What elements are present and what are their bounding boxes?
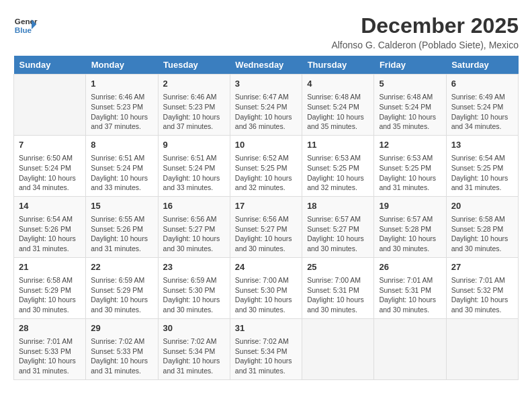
day-info: Sunset: 5:31 PM: [307, 285, 369, 295]
col-saturday: Saturday: [446, 56, 518, 75]
day-info: Sunrise: 7:00 AM: [307, 275, 369, 285]
day-info: Sunset: 5:24 PM: [379, 102, 441, 112]
day-number: 5: [379, 78, 441, 90]
day-info: Sunrise: 6:46 AM: [91, 92, 152, 102]
table-row: 25Sunrise: 7:00 AMSunset: 5:31 PMDayligh…: [302, 257, 374, 318]
table-row: 12Sunrise: 6:53 AMSunset: 5:25 PMDayligh…: [374, 135, 446, 196]
day-info: Sunrise: 6:56 AM: [163, 214, 225, 224]
day-info: Sunrise: 6:50 AM: [19, 153, 81, 163]
location-subtitle: Alfonso G. Calderon (Poblado Siete), Mex…: [331, 40, 519, 50]
calendar-week-row: 14Sunrise: 6:54 AMSunset: 5:26 PMDayligh…: [14, 196, 519, 257]
day-info: Daylight: 10 hours: [91, 234, 152, 244]
table-row: 31Sunrise: 7:02 AMSunset: 5:34 PMDayligh…: [230, 318, 302, 379]
day-info: Daylight: 10 hours: [19, 173, 81, 183]
table-row: 22Sunrise: 6:59 AMSunset: 5:29 PMDayligh…: [86, 257, 158, 318]
day-info: and 34 minutes.: [451, 122, 513, 132]
table-row: 2Sunrise: 6:46 AMSunset: 5:23 PMDaylight…: [158, 75, 230, 136]
col-tuesday: Tuesday: [158, 56, 230, 75]
day-info: Sunset: 5:24 PM: [235, 102, 297, 112]
day-info: Daylight: 10 hours: [379, 173, 441, 183]
day-info: Sunset: 5:30 PM: [235, 285, 297, 295]
day-info: and 35 minutes.: [307, 122, 369, 132]
day-info: Sunrise: 6:53 AM: [379, 153, 441, 163]
day-info: Sunset: 5:29 PM: [91, 285, 152, 295]
table-row: [302, 318, 374, 379]
day-info: Daylight: 10 hours: [91, 356, 152, 366]
day-number: 25: [307, 261, 369, 273]
day-number: 9: [163, 139, 225, 151]
day-number: 7: [19, 139, 81, 151]
day-number: 18: [307, 200, 369, 212]
day-info: Sunrise: 6:54 AM: [19, 214, 81, 224]
day-info: Daylight: 10 hours: [235, 356, 297, 366]
title-section: December 2025 Alfonso G. Calderon (Pobla…: [331, 13, 519, 50]
day-number: 1: [91, 78, 152, 90]
day-info: Sunrise: 7:02 AM: [91, 336, 152, 347]
day-info: Daylight: 10 hours: [307, 173, 369, 183]
table-row: 7Sunrise: 6:50 AMSunset: 5:24 PMDaylight…: [14, 135, 86, 196]
day-info: Sunrise: 6:47 AM: [235, 92, 297, 102]
day-number: 3: [235, 78, 297, 90]
day-info: Sunset: 5:23 PM: [163, 102, 225, 112]
day-info: and 31 minutes.: [451, 183, 513, 193]
logo-icon: General Blue: [13, 13, 38, 38]
day-number: 12: [379, 139, 441, 151]
table-row: 24Sunrise: 7:00 AMSunset: 5:30 PMDayligh…: [230, 257, 302, 318]
day-info: Daylight: 10 hours: [163, 356, 225, 366]
day-info: Daylight: 10 hours: [379, 295, 441, 305]
day-info: Sunset: 5:23 PM: [91, 102, 152, 112]
day-info: and 31 minutes.: [19, 366, 81, 376]
day-number: 20: [451, 200, 513, 212]
table-row: 1Sunrise: 6:46 AMSunset: 5:23 PMDaylight…: [86, 75, 158, 136]
day-info: Sunset: 5:24 PM: [307, 102, 369, 112]
day-info: and 31 minutes.: [91, 366, 152, 376]
day-number: 23: [163, 261, 225, 273]
day-info: Daylight: 10 hours: [451, 173, 513, 183]
day-info: Sunset: 5:24 PM: [19, 163, 81, 173]
col-sunday: Sunday: [14, 56, 86, 75]
table-row: 5Sunrise: 6:48 AMSunset: 5:24 PMDaylight…: [374, 75, 446, 136]
table-row: 16Sunrise: 6:56 AMSunset: 5:27 PMDayligh…: [158, 196, 230, 257]
day-info: and 31 minutes.: [163, 366, 225, 376]
day-info: Sunrise: 6:51 AM: [91, 153, 152, 163]
day-info: Sunset: 5:27 PM: [235, 224, 297, 234]
day-info: Sunrise: 6:57 AM: [379, 214, 441, 224]
table-row: 14Sunrise: 6:54 AMSunset: 5:26 PMDayligh…: [14, 196, 86, 257]
day-info: Sunset: 5:32 PM: [451, 285, 513, 295]
day-info: and 30 minutes.: [163, 305, 225, 315]
col-thursday: Thursday: [302, 56, 374, 75]
day-number: 16: [163, 200, 225, 212]
day-info: Sunset: 5:28 PM: [451, 224, 513, 234]
calendar-table: Sunday Monday Tuesday Wednesday Thursday…: [13, 56, 519, 380]
table-row: 29Sunrise: 7:02 AMSunset: 5:33 PMDayligh…: [86, 318, 158, 379]
day-number: 21: [19, 261, 81, 273]
day-info: and 31 minutes.: [235, 366, 297, 376]
day-info: Daylight: 10 hours: [235, 234, 297, 244]
calendar-week-row: 7Sunrise: 6:50 AMSunset: 5:24 PMDaylight…: [14, 135, 519, 196]
day-info: Sunset: 5:31 PM: [379, 285, 441, 295]
day-info: Daylight: 10 hours: [451, 112, 513, 122]
day-info: Sunrise: 6:53 AM: [307, 153, 369, 163]
day-info: and 30 minutes.: [307, 244, 369, 254]
day-number: 24: [235, 261, 297, 273]
day-info: Sunrise: 6:48 AM: [307, 92, 369, 102]
day-info: Daylight: 10 hours: [307, 295, 369, 305]
day-info: Sunrise: 7:00 AM: [235, 275, 297, 285]
table-row: 21Sunrise: 6:58 AMSunset: 5:29 PMDayligh…: [14, 257, 86, 318]
day-info: Sunrise: 6:48 AM: [379, 92, 441, 102]
day-info: Sunrise: 7:01 AM: [379, 275, 441, 285]
day-info: Sunset: 5:33 PM: [19, 347, 81, 357]
table-row: 26Sunrise: 7:01 AMSunset: 5:31 PMDayligh…: [374, 257, 446, 318]
day-info: Sunrise: 6:46 AM: [163, 92, 225, 102]
day-info: and 30 minutes.: [451, 244, 513, 254]
day-number: 31: [235, 322, 297, 334]
day-number: 8: [91, 139, 152, 151]
col-monday: Monday: [86, 56, 158, 75]
table-row: 17Sunrise: 6:56 AMSunset: 5:27 PMDayligh…: [230, 196, 302, 257]
day-info: Daylight: 10 hours: [163, 234, 225, 244]
day-info: and 30 minutes.: [307, 305, 369, 315]
page-header: General Blue December 2025 Alfonso G. Ca…: [13, 13, 519, 50]
logo: General Blue: [13, 13, 38, 38]
table-row: 10Sunrise: 6:52 AMSunset: 5:25 PMDayligh…: [230, 135, 302, 196]
day-info: Daylight: 10 hours: [307, 234, 369, 244]
